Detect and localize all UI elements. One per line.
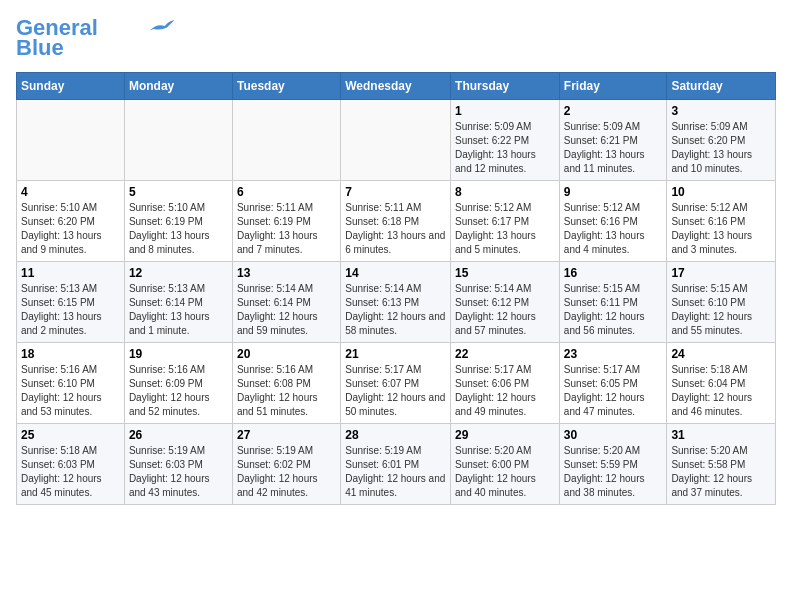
- calendar-cell: 26Sunrise: 5:19 AM Sunset: 6:03 PM Dayli…: [124, 424, 232, 505]
- day-info: Sunrise: 5:16 AM Sunset: 6:08 PM Dayligh…: [237, 363, 336, 419]
- day-info: Sunrise: 5:17 AM Sunset: 6:07 PM Dayligh…: [345, 363, 446, 419]
- day-info: Sunrise: 5:12 AM Sunset: 6:17 PM Dayligh…: [455, 201, 555, 257]
- calendar-cell: 25Sunrise: 5:18 AM Sunset: 6:03 PM Dayli…: [17, 424, 125, 505]
- day-number: 9: [564, 185, 663, 199]
- day-number: 5: [129, 185, 228, 199]
- calendar-cell: 15Sunrise: 5:14 AM Sunset: 6:12 PM Dayli…: [451, 262, 560, 343]
- day-number: 23: [564, 347, 663, 361]
- day-info: Sunrise: 5:09 AM Sunset: 6:21 PM Dayligh…: [564, 120, 663, 176]
- calendar-cell: 18Sunrise: 5:16 AM Sunset: 6:10 PM Dayli…: [17, 343, 125, 424]
- calendar-cell: 12Sunrise: 5:13 AM Sunset: 6:14 PM Dayli…: [124, 262, 232, 343]
- day-number: 19: [129, 347, 228, 361]
- calendar-cell: 9Sunrise: 5:12 AM Sunset: 6:16 PM Daylig…: [559, 181, 667, 262]
- calendar-cell: 10Sunrise: 5:12 AM Sunset: 6:16 PM Dayli…: [667, 181, 776, 262]
- calendar-cell: 7Sunrise: 5:11 AM Sunset: 6:18 PM Daylig…: [341, 181, 451, 262]
- page-header: General Blue: [16, 16, 776, 60]
- calendar-cell: 22Sunrise: 5:17 AM Sunset: 6:06 PM Dayli…: [451, 343, 560, 424]
- calendar-cell: 2Sunrise: 5:09 AM Sunset: 6:21 PM Daylig…: [559, 100, 667, 181]
- calendar-cell: [124, 100, 232, 181]
- calendar-cell: [17, 100, 125, 181]
- day-info: Sunrise: 5:13 AM Sunset: 6:14 PM Dayligh…: [129, 282, 228, 338]
- weekday-header: Saturday: [667, 73, 776, 100]
- day-info: Sunrise: 5:20 AM Sunset: 5:58 PM Dayligh…: [671, 444, 771, 500]
- calendar-cell: 6Sunrise: 5:11 AM Sunset: 6:19 PM Daylig…: [232, 181, 340, 262]
- calendar-cell: 29Sunrise: 5:20 AM Sunset: 6:00 PM Dayli…: [451, 424, 560, 505]
- day-info: Sunrise: 5:17 AM Sunset: 6:05 PM Dayligh…: [564, 363, 663, 419]
- day-info: Sunrise: 5:13 AM Sunset: 6:15 PM Dayligh…: [21, 282, 120, 338]
- calendar-cell: 1Sunrise: 5:09 AM Sunset: 6:22 PM Daylig…: [451, 100, 560, 181]
- day-info: Sunrise: 5:18 AM Sunset: 6:04 PM Dayligh…: [671, 363, 771, 419]
- calendar-cell: 31Sunrise: 5:20 AM Sunset: 5:58 PM Dayli…: [667, 424, 776, 505]
- day-number: 30: [564, 428, 663, 442]
- day-info: Sunrise: 5:12 AM Sunset: 6:16 PM Dayligh…: [671, 201, 771, 257]
- day-info: Sunrise: 5:20 AM Sunset: 5:59 PM Dayligh…: [564, 444, 663, 500]
- day-number: 17: [671, 266, 771, 280]
- calendar-header-row: SundayMondayTuesdayWednesdayThursdayFrid…: [17, 73, 776, 100]
- calendar-cell: 5Sunrise: 5:10 AM Sunset: 6:19 PM Daylig…: [124, 181, 232, 262]
- day-info: Sunrise: 5:09 AM Sunset: 6:22 PM Dayligh…: [455, 120, 555, 176]
- day-info: Sunrise: 5:18 AM Sunset: 6:03 PM Dayligh…: [21, 444, 120, 500]
- day-number: 3: [671, 104, 771, 118]
- logo: General Blue: [16, 16, 176, 60]
- weekday-header: Monday: [124, 73, 232, 100]
- weekday-header: Tuesday: [232, 73, 340, 100]
- day-info: Sunrise: 5:11 AM Sunset: 6:19 PM Dayligh…: [237, 201, 336, 257]
- day-number: 11: [21, 266, 120, 280]
- day-info: Sunrise: 5:09 AM Sunset: 6:20 PM Dayligh…: [671, 120, 771, 176]
- calendar-cell: 21Sunrise: 5:17 AM Sunset: 6:07 PM Dayli…: [341, 343, 451, 424]
- day-number: 7: [345, 185, 446, 199]
- calendar-cell: 13Sunrise: 5:14 AM Sunset: 6:14 PM Dayli…: [232, 262, 340, 343]
- calendar-cell: 11Sunrise: 5:13 AM Sunset: 6:15 PM Dayli…: [17, 262, 125, 343]
- calendar-table: SundayMondayTuesdayWednesdayThursdayFrid…: [16, 72, 776, 505]
- calendar-cell: [232, 100, 340, 181]
- weekday-header: Wednesday: [341, 73, 451, 100]
- day-number: 20: [237, 347, 336, 361]
- weekday-header: Thursday: [451, 73, 560, 100]
- calendar-cell: 24Sunrise: 5:18 AM Sunset: 6:04 PM Dayli…: [667, 343, 776, 424]
- calendar-week-row: 4Sunrise: 5:10 AM Sunset: 6:20 PM Daylig…: [17, 181, 776, 262]
- day-number: 31: [671, 428, 771, 442]
- day-number: 21: [345, 347, 446, 361]
- day-number: 1: [455, 104, 555, 118]
- day-info: Sunrise: 5:19 AM Sunset: 6:03 PM Dayligh…: [129, 444, 228, 500]
- calendar-week-row: 11Sunrise: 5:13 AM Sunset: 6:15 PM Dayli…: [17, 262, 776, 343]
- calendar-cell: 8Sunrise: 5:12 AM Sunset: 6:17 PM Daylig…: [451, 181, 560, 262]
- calendar-cell: 28Sunrise: 5:19 AM Sunset: 6:01 PM Dayli…: [341, 424, 451, 505]
- day-number: 14: [345, 266, 446, 280]
- day-number: 28: [345, 428, 446, 442]
- calendar-cell: 30Sunrise: 5:20 AM Sunset: 5:59 PM Dayli…: [559, 424, 667, 505]
- day-info: Sunrise: 5:16 AM Sunset: 6:09 PM Dayligh…: [129, 363, 228, 419]
- calendar-cell: 3Sunrise: 5:09 AM Sunset: 6:20 PM Daylig…: [667, 100, 776, 181]
- calendar-week-row: 1Sunrise: 5:09 AM Sunset: 6:22 PM Daylig…: [17, 100, 776, 181]
- day-info: Sunrise: 5:17 AM Sunset: 6:06 PM Dayligh…: [455, 363, 555, 419]
- day-number: 25: [21, 428, 120, 442]
- day-info: Sunrise: 5:10 AM Sunset: 6:19 PM Dayligh…: [129, 201, 228, 257]
- day-info: Sunrise: 5:11 AM Sunset: 6:18 PM Dayligh…: [345, 201, 446, 257]
- day-number: 27: [237, 428, 336, 442]
- day-info: Sunrise: 5:19 AM Sunset: 6:01 PM Dayligh…: [345, 444, 446, 500]
- day-info: Sunrise: 5:15 AM Sunset: 6:11 PM Dayligh…: [564, 282, 663, 338]
- day-info: Sunrise: 5:20 AM Sunset: 6:00 PM Dayligh…: [455, 444, 555, 500]
- day-number: 13: [237, 266, 336, 280]
- day-info: Sunrise: 5:10 AM Sunset: 6:20 PM Dayligh…: [21, 201, 120, 257]
- logo-blue-text: Blue: [16, 36, 64, 60]
- day-number: 15: [455, 266, 555, 280]
- day-number: 2: [564, 104, 663, 118]
- calendar-week-row: 25Sunrise: 5:18 AM Sunset: 6:03 PM Dayli…: [17, 424, 776, 505]
- day-number: 29: [455, 428, 555, 442]
- weekday-header: Friday: [559, 73, 667, 100]
- day-number: 6: [237, 185, 336, 199]
- day-number: 16: [564, 266, 663, 280]
- day-info: Sunrise: 5:16 AM Sunset: 6:10 PM Dayligh…: [21, 363, 120, 419]
- day-info: Sunrise: 5:14 AM Sunset: 6:13 PM Dayligh…: [345, 282, 446, 338]
- day-number: 10: [671, 185, 771, 199]
- weekday-header: Sunday: [17, 73, 125, 100]
- calendar-week-row: 18Sunrise: 5:16 AM Sunset: 6:10 PM Dayli…: [17, 343, 776, 424]
- day-number: 18: [21, 347, 120, 361]
- day-number: 4: [21, 185, 120, 199]
- calendar-cell: 4Sunrise: 5:10 AM Sunset: 6:20 PM Daylig…: [17, 181, 125, 262]
- day-number: 26: [129, 428, 228, 442]
- day-info: Sunrise: 5:12 AM Sunset: 6:16 PM Dayligh…: [564, 201, 663, 257]
- day-number: 12: [129, 266, 228, 280]
- day-number: 22: [455, 347, 555, 361]
